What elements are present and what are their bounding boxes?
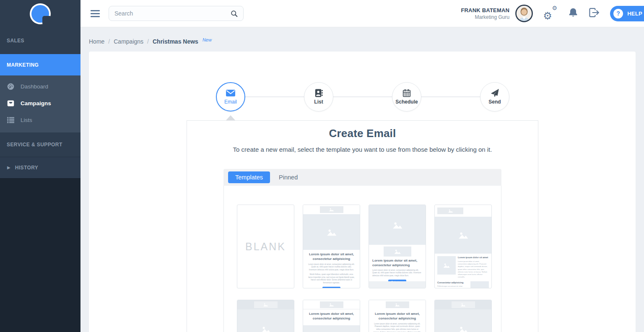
hero-image-placeholder [435,309,491,332]
paper-plane-icon [490,89,500,97]
address-book-icon [314,89,324,97]
breadcrumb-home[interactable]: Home [89,38,104,45]
sidebar-section-sales[interactable]: SALES [0,27,80,54]
sidebar-item-label: Campaigns [21,100,51,106]
sidebar-filler [0,179,80,332]
blank-label: BLANK [245,241,286,253]
template-paragraph: Pellentesque accumsan mi vitae malesuada… [437,285,468,288]
notifications-button[interactable] [568,8,578,19]
template-grid: BLANK Lorem ipsum dolor sit amet, consec… [223,186,501,332]
logo-placeholder [303,205,360,214]
logo-icon [30,3,51,24]
topbar: FRANK BATEMAN Marketing Guru ⚙⚙ ? HELP [80,0,644,27]
step-email[interactable]: Email [216,82,245,112]
template-card-two-column[interactable]: Lorem ipsum dolor sit amet Lorem ipsum d… [434,205,492,288]
sidebar-item-campaigns[interactable]: Campaigns [0,95,80,112]
sidebar-item-dashboard[interactable]: Dashboard [0,78,80,95]
template-paragraph: Lorem ipsum dolor sit amet, consectetur … [458,260,489,279]
question-mark-icon: ? [613,9,623,18]
tab-pinned[interactable]: Pinned [279,174,298,181]
sidebar-section-history[interactable]: ▶ HISTORY [0,157,80,179]
template-card-banner[interactable] [237,300,294,332]
stepper-connector [231,96,495,97]
create-email-panel: Create Email To create a new email, sele… [187,120,538,332]
search-icon[interactable] [231,10,238,17]
template-heading: Lorem ipsum dolor sit amet, consectetur … [306,252,356,262]
sidebar-item-lists[interactable]: Lists [0,112,80,128]
breadcrumb-separator: / [147,38,149,45]
app-logo[interactable] [0,0,80,27]
sidebar-item-label: Dashboard [21,83,48,90]
history-label: HISTORY [15,165,38,171]
caret-right-icon: ▶ [7,166,10,170]
template-card-hero[interactable]: Lorem ipsum dolor sit amet, consectetur … [303,205,360,288]
image-icon [329,303,334,307]
breadcrumb-campaigns[interactable]: Campaigns [114,38,143,45]
hero-image-placeholder [435,217,491,254]
search-input[interactable] [114,10,231,17]
image-icon [329,208,334,212]
page-title: Create Email [187,127,538,140]
step-send[interactable]: Send [480,82,509,112]
template-heading: Consectetur adipisicing [437,281,468,285]
sidebar-section-marketing[interactable]: MARKETING [0,54,80,75]
template-card-heading-band[interactable]: Lorem ipsum dolor sit amet, consectetur … [303,300,360,332]
tab-templates[interactable]: Templates [228,171,270,183]
list-icon [7,117,14,124]
calendar-icon [402,89,412,97]
logout-button[interactable] [589,8,599,19]
step-list[interactable]: List [304,82,333,112]
user-name: FRANK BATEMAN [461,7,509,13]
template-card-banner[interactable] [434,300,492,332]
topbar-right: FRANK BATEMAN Marketing Guru ⚙⚙ ? HELP [461,5,644,22]
gear-icon: ⚙ [552,5,558,11]
step-schedule[interactable]: Schedule [392,82,421,112]
logo-placeholder [435,300,491,309]
image-icon [392,221,403,229]
template-card-hero-top[interactable]: Lorem ipsum dolor sit amet, consectetur … [369,205,426,288]
template-card-text[interactable]: Lorem ipsum dolor sit amet, consectetur … [369,300,426,332]
content-row: Lorem ipsum dolor sit amet Lorem ipsum d… [437,256,489,279]
menu-toggle-button[interactable] [91,10,100,17]
image-icon [443,262,450,268]
image-icon [260,325,271,332]
user-role: Marketing Guru [461,14,509,20]
template-heading: Lorem ipsum dolor sit amet, consectetur … [372,259,422,268]
step-label: Send [488,99,501,105]
hero-image-placeholder [303,214,360,250]
sign-out-icon [589,8,599,19]
image-placeholder [384,246,411,257]
settings-button[interactable]: ⚙⚙ [543,7,557,20]
main-panel: Email List Schedule Send Create Email To… [89,52,636,332]
image-placeholder [470,281,489,288]
template-paragraph: Morbi finibus, quam eget bibendum sollic… [307,273,356,285]
breadcrumb-current: Christmas News [153,38,198,45]
user-menu[interactable]: FRANK BATEMAN Marketing Guru [461,7,509,20]
cta-button: Find out more [322,287,341,288]
breadcrumb-separator: / [108,38,110,45]
avatar[interactable] [515,5,533,22]
template-paragraph: Lorem ipsum dolor sit amet, consectetur … [373,323,421,332]
step-label: List [314,99,323,105]
step-label: Schedule [395,99,418,105]
image-icon [458,325,469,332]
template-paragraph: Lorem ipsum dolor sit amet, consectetur … [307,263,356,272]
step-label: Email [224,99,237,105]
content-row: Consectetur adipisicing Pellentesque acc… [437,281,489,288]
sidebar-section-service-support[interactable]: SERVICE & SUPPORT [0,132,80,157]
envelope-icon [226,89,236,97]
gear-icon: ⚙ [543,11,552,21]
template-heading: Lorem ipsum dolor sit amet, consectetur … [372,312,422,321]
page-subtitle: To create a new email, select the templa… [187,146,538,153]
template-tabs: Templates Pinned [223,169,501,186]
template-heading: Lorem ipsum dolor sit amet [458,256,489,259]
content-area: Home / Campaigns / Christmas News New Em… [80,27,644,332]
search-box [109,6,244,21]
hero-image-placeholder [369,205,426,245]
service-support-label: SERVICE & SUPPORT [7,142,62,148]
template-card-blank[interactable]: BLANK [237,205,294,288]
help-button[interactable]: ? HELP [610,6,644,21]
help-button-label: HELP [627,10,642,17]
template-paragraph: Lorem ipsum dolor sit amet, consectetur … [372,269,422,278]
image-icon [448,209,453,213]
